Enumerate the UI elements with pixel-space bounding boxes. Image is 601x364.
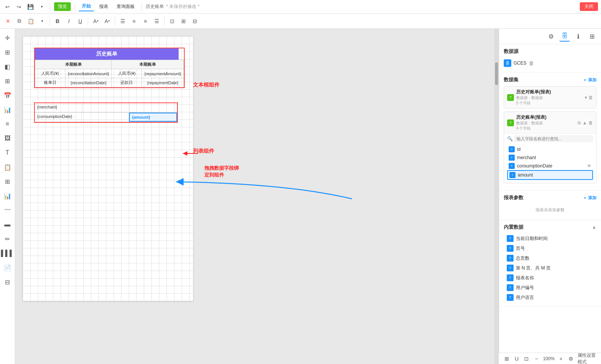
datasource-section: 数据源 🗄 GCES 🗑 xyxy=(499,44,601,73)
builtin-item-pageofpages[interactable]: T 第 N 页、共 M 页 xyxy=(504,263,596,273)
builtin-icon-pageno: T xyxy=(507,245,514,252)
border-button3[interactable]: ⊟ xyxy=(190,16,200,26)
rp-settings-icon[interactable]: ⚙ xyxy=(546,31,556,42)
sidebar-pivot-icon[interactable]: ⊞ xyxy=(2,175,14,187)
sidebar-text2-icon[interactable]: 📄 xyxy=(2,262,14,274)
sidebar-list-icon[interactable]: ≡ xyxy=(2,118,14,130)
dataset-copy-2[interactable]: ⧉ xyxy=(578,120,581,125)
search-icon: 🔍 xyxy=(507,136,513,141)
sidebar-text-icon[interactable]: T xyxy=(2,147,14,159)
sidebar-matrix-icon[interactable]: ⊟ xyxy=(2,276,14,288)
align-justify-button[interactable]: ☰ xyxy=(152,16,162,26)
paste-button[interactable]: 📋 xyxy=(26,16,36,26)
field-item-amount[interactable]: T amount xyxy=(507,170,593,180)
align-right-button[interactable]: ≡ xyxy=(140,16,150,26)
dataset-expand-1[interactable]: ▾ xyxy=(585,95,587,100)
dataset-header-1[interactable]: T 历史对账单(报表) 数据源：数据源 5 个字段 ▾ 🗑 xyxy=(504,87,596,108)
border-button1[interactable]: ⊡ xyxy=(167,16,177,26)
list-cell-date: {consumptionDate} xyxy=(35,113,82,122)
bold-button[interactable]: B xyxy=(53,16,62,26)
minus-button[interactable]: − xyxy=(533,354,540,364)
save-button[interactable]: 💾 xyxy=(26,2,35,11)
dataset-text-2: 历史账单(报表) 数据源：数据源 4 个字段 xyxy=(516,114,575,131)
dataset-up-2[interactable]: ▲ xyxy=(582,120,587,125)
font-color-button[interactable]: A ▾ xyxy=(91,16,101,26)
dropdown2-button[interactable]: ▾ xyxy=(37,16,47,26)
params-title: 报表参数 ＋ 添加 xyxy=(504,194,596,201)
builtin-item-datetime[interactable]: T 当前日期和时间 xyxy=(504,234,596,243)
cancel-button[interactable]: ✕ xyxy=(3,16,13,26)
align-left-button[interactable]: ☰ xyxy=(118,16,128,26)
rp-datasource-icon[interactable]: 🗄 xyxy=(559,31,570,42)
sidebar-shape-icon[interactable]: ▬ xyxy=(2,218,14,231)
close-button[interactable]: 关闭 xyxy=(580,2,598,11)
grid-view-button[interactable]: ⊞ xyxy=(503,354,510,364)
dataset-header-2[interactable]: T 历史账单(报表) 数据源：数据源 4 个字段 ⧉ ▲ 🗑 xyxy=(504,112,596,133)
border-button2[interactable]: ⊞ xyxy=(179,16,188,26)
field-item-id[interactable]: T id xyxy=(507,145,593,153)
underline-status-button[interactable]: U xyxy=(513,354,520,364)
border-status-button[interactable]: ⊡ xyxy=(523,354,530,364)
params-empty: 报表未添加参数 xyxy=(504,204,596,216)
datasource-name: GCES xyxy=(514,60,526,66)
status-bar: ⊞ U ⊡ − 100% + ⚙ 属性设置模式 xyxy=(499,353,601,364)
settings-status-button[interactable]: ⚙ xyxy=(568,354,575,364)
sidebar-pen-icon[interactable]: ✏ xyxy=(2,233,14,245)
dataset-delete-2[interactable]: 🗑 xyxy=(589,120,593,125)
add-dataset-button[interactable]: ＋ 添加 xyxy=(583,77,596,83)
field-name-merchant: merchant xyxy=(517,155,592,160)
builtin-name-userlang: 用户语言 xyxy=(516,294,534,301)
field-item-consumptiondate[interactable]: T consumptionDate 👁 xyxy=(507,162,593,170)
sidebar-table-icon[interactable]: ⊞ xyxy=(2,75,14,87)
plus-button[interactable]: + xyxy=(557,354,564,364)
cell-reconciliation-amount: {reconciliationAmount} xyxy=(65,69,112,78)
sidebar-line-icon[interactable]: 〰 xyxy=(2,204,14,216)
report-tab[interactable]: 报表 xyxy=(96,3,111,11)
builtin-item-userlang[interactable]: T 用户语言 xyxy=(504,293,596,302)
builtin-item-pageno[interactable]: T 页号 xyxy=(504,243,596,253)
builtin-collapse-button[interactable]: ▲ xyxy=(592,225,596,230)
sidebar-bar-chart-icon[interactable]: 📊 xyxy=(2,190,14,202)
field-visibility-icon[interactable]: 👁 xyxy=(587,163,592,169)
sidebar-chart-icon[interactable]: 📊 xyxy=(2,104,14,116)
separator xyxy=(50,3,50,11)
builtin-name-reportname: 报表名你 xyxy=(516,275,534,281)
rp-layout-icon[interactable]: ⊞ xyxy=(587,31,597,42)
rp-info-icon[interactable]: ℹ xyxy=(573,31,584,42)
builtin-item-reportname[interactable]: T 报表名你 xyxy=(504,273,596,283)
dropdown-button[interactable]: ▾ xyxy=(37,2,46,11)
redo-button[interactable]: ↪ xyxy=(14,2,23,11)
field-item-merchant[interactable]: T merchant xyxy=(507,153,593,162)
sidebar-layers-icon[interactable]: ◧ xyxy=(2,60,14,73)
preview-button[interactable]: 预览 xyxy=(54,2,71,11)
start-tab[interactable]: 开始 xyxy=(79,2,94,11)
query-panel-tab[interactable]: 查询面板 xyxy=(114,3,138,11)
canvas-paper: 历史账单 本期账单 本期账单 人民币(¥) {reconciliationAmo… xyxy=(23,36,193,301)
dataset-delete-1[interactable]: 🗑 xyxy=(589,95,593,100)
ds-delete-button[interactable]: 🗑 xyxy=(529,60,534,66)
field-search-input[interactable] xyxy=(514,135,593,142)
add-param-button[interactable]: ＋ 添加 xyxy=(583,195,596,201)
underline-button[interactable]: U xyxy=(75,16,85,26)
undo-button[interactable]: ↩ xyxy=(3,2,12,11)
sidebar-calendar-icon[interactable]: 📅 xyxy=(2,89,14,101)
scroll-thumb[interactable] xyxy=(495,62,498,85)
dataset-item-2: T 历史账单(报表) 数据源：数据源 4 个字段 ⧉ ▲ 🗑 xyxy=(504,112,596,183)
sidebar-image-icon[interactable]: 🖼 xyxy=(2,132,14,144)
copy-button[interactable]: ⧉ xyxy=(14,16,24,26)
ds-db-icon: 🗄 xyxy=(504,59,511,67)
align-center-button[interactable]: ≡ xyxy=(129,16,139,26)
sidebar-barcode-icon[interactable]: ▌▌▌ xyxy=(2,247,14,259)
builtin-item-totalpages[interactable]: T 总页数 xyxy=(504,253,596,263)
italic-button[interactable]: I xyxy=(64,16,74,26)
sidebar-cursor-icon[interactable]: ✛ xyxy=(2,32,14,44)
builtin-item-userid[interactable]: T 用户编号 xyxy=(504,283,596,293)
cell-repayment-date: {repaymentDate} xyxy=(142,78,184,87)
sidebar-grid-icon[interactable]: ⊞ xyxy=(2,46,14,58)
canvas-area[interactable]: 历史账单 本期账单 本期账单 人民币(¥) {reconciliationAmo… xyxy=(15,29,499,364)
sidebar-report-icon[interactable]: 📋 xyxy=(2,161,14,173)
dataset-section: 数据集 ＋ 添加 T 历史对账单(报表) 数据源：数据源 5 个字段 ▾ xyxy=(499,73,601,191)
list-cell-amount: {amount} xyxy=(129,113,177,122)
bg-color-button[interactable]: A ▾ xyxy=(102,16,112,26)
dataset-fields-count-2: 4 个字段 xyxy=(516,126,575,131)
